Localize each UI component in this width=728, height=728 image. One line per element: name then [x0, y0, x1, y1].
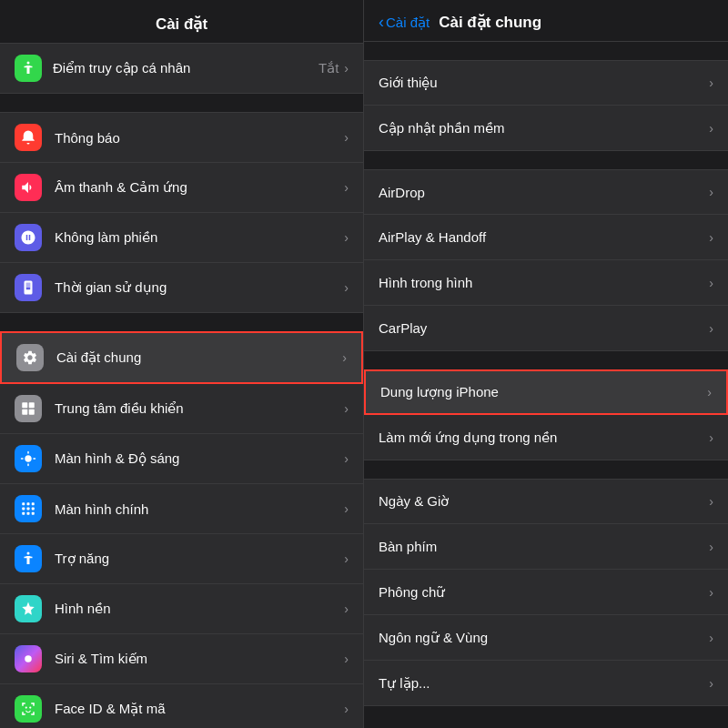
background-label: Làm mới ứng dụng trong nền: [379, 430, 709, 446]
display-label: Màn hình & Độ sáng: [55, 450, 344, 467]
right-item-keyboard[interactable]: Bàn phím ›: [364, 524, 728, 570]
svg-rect-10: [32, 502, 35, 505]
svg-point-17: [27, 552, 30, 555]
right-item-airdrop[interactable]: AirDrop ›: [364, 169, 728, 215]
carplay-label: CarPlay: [379, 320, 709, 336]
svg-rect-24: [33, 703, 35, 706]
right-item-carplay[interactable]: CarPlay ›: [364, 306, 728, 351]
sounds-chevron: ›: [344, 180, 349, 195]
keyboard-label: Bàn phím: [379, 539, 709, 554]
right-item-language[interactable]: Ngôn ngữ & Vùng ›: [364, 615, 728, 661]
airplay-chevron: ›: [709, 230, 713, 245]
right-group-2: AirDrop › AirPlay & Handoff › Hình trong…: [364, 169, 728, 351]
donotdisturb-chevron: ›: [344, 230, 349, 245]
about-label: Giới thiệu: [379, 75, 709, 91]
right-group-1: Giới thiệu › Cập nhật phần mềm ›: [364, 60, 728, 151]
svg-point-27: [25, 706, 27, 708]
more-label: Tự lặp...: [379, 675, 709, 692]
right-item-background[interactable]: Làm mới ứng dụng trong nền ›: [364, 415, 728, 460]
back-button[interactable]: ‹ Cài đặt: [379, 13, 430, 32]
svg-rect-5: [29, 402, 35, 408]
svg-rect-3: [26, 283, 31, 288]
sidebar-item-accessibility2[interactable]: Trợ năng ›: [0, 534, 363, 584]
back-chevron-icon: ‹: [379, 13, 384, 32]
display-icon: [15, 445, 42, 472]
sidebar-item-notifications[interactable]: Thông báo ›: [0, 112, 363, 163]
notifications-icon: [15, 124, 42, 151]
sidebar-item-donotdisturb[interactable]: Không làm phiền ›: [0, 213, 363, 263]
right-item-pip[interactable]: Hình trong hình ›: [364, 260, 728, 306]
homescreen-chevron: ›: [344, 501, 349, 516]
display-chevron: ›: [344, 451, 349, 466]
wallpaper-icon: [15, 595, 42, 622]
svg-rect-26: [33, 712, 35, 715]
screentime-icon: [15, 274, 42, 301]
sidebar-item-general[interactable]: Cài đặt chung ›: [0, 331, 363, 384]
sidebar-item-display[interactable]: Màn hình & Độ sáng ›: [0, 434, 363, 484]
sidebar-item-homescreen[interactable]: Màn hình chính ›: [0, 484, 363, 534]
left-panel: Cài đặt Điểm truy cập cá nhân Tắt › Thôn…: [0, 0, 364, 728]
sidebar-item-sounds[interactable]: Âm thanh & Cảm ứng ›: [0, 163, 363, 213]
storage-label: Dung lượng iPhone: [380, 384, 707, 400]
svg-rect-23: [22, 703, 24, 706]
sidebar-item-wallpaper[interactable]: Hình nền ›: [0, 584, 363, 634]
homescreen-icon: [15, 495, 42, 522]
sidebar-item-siri[interactable]: Siri & Tìm kiếm ›: [0, 634, 363, 684]
svg-rect-6: [22, 410, 27, 415]
svg-rect-12: [27, 508, 30, 511]
sidebar-item-controlcenter[interactable]: Trung tâm điều khiển ›: [0, 384, 363, 434]
keyboard-chevron: ›: [709, 540, 713, 554]
svg-rect-8: [22, 502, 25, 505]
left-group-1: Thông báo › Âm thanh & Cảm ứng › Không l…: [0, 112, 363, 313]
siri-label: Siri & Tìm kiếm: [55, 651, 344, 667]
controlcenter-label: Trung tâm điều khiển: [55, 400, 344, 417]
fonts-chevron: ›: [709, 585, 713, 600]
pip-label: Hình trong hình: [379, 275, 709, 290]
right-item-airplay[interactable]: AirPlay & Handoff ›: [364, 215, 728, 260]
pip-chevron: ›: [709, 276, 713, 290]
svg-point-0: [27, 62, 30, 65]
svg-rect-25: [22, 712, 24, 715]
language-label: Ngôn ngữ & Vùng: [379, 630, 709, 646]
general-icon: [16, 344, 44, 371]
about-chevron: ›: [709, 76, 713, 90]
more-chevron: ›: [709, 676, 713, 691]
right-panel-title: Cài đặt chung: [439, 13, 713, 32]
software-chevron: ›: [709, 121, 713, 136]
general-chevron: ›: [342, 350, 347, 365]
fonts-label: Phông chữ: [379, 584, 709, 601]
back-label: Cài đặt: [386, 15, 430, 31]
svg-rect-13: [32, 508, 35, 511]
accessibility2-icon: [15, 545, 42, 572]
accessibility-value: Tắt: [318, 60, 339, 76]
faceid-chevron: ›: [344, 702, 349, 716]
sidebar-item-faceid[interactable]: Face ID & Mặt mã ›: [0, 684, 363, 728]
airdrop-label: AirDrop: [379, 185, 709, 200]
right-item-storage[interactable]: Dung lượng iPhone ›: [364, 369, 728, 415]
software-label: Cập nhật phần mềm: [379, 120, 709, 136]
svg-point-28: [29, 706, 31, 708]
screentime-label: Thời gian sử dụng: [55, 279, 344, 296]
language-chevron: ›: [709, 631, 713, 645]
right-item-fonts[interactable]: Phông chữ ›: [364, 570, 728, 615]
svg-rect-9: [27, 502, 30, 505]
datetime-chevron: ›: [709, 494, 713, 509]
right-item-more[interactable]: Tự lặp... ›: [364, 661, 728, 706]
accessibility-banner[interactable]: Điểm truy cập cá nhân Tắt ›: [0, 43, 363, 94]
controlcenter-chevron: ›: [344, 401, 349, 416]
svg-rect-7: [29, 410, 35, 415]
screentime-chevron: ›: [344, 280, 349, 295]
airplay-label: AirPlay & Handoff: [379, 229, 709, 245]
airdrop-chevron: ›: [709, 185, 713, 199]
sounds-label: Âm thanh & Cảm ứng: [55, 179, 344, 196]
right-panel: ‹ Cài đặt Cài đặt chung Giới thiệu › Cập…: [364, 0, 728, 728]
right-item-datetime[interactable]: Ngày & Giờ ›: [364, 479, 728, 524]
right-item-about[interactable]: Giới thiệu ›: [364, 60, 728, 106]
right-item-software[interactable]: Cập nhật phần mềm ›: [364, 106, 728, 151]
donotdisturb-icon: [15, 224, 42, 251]
notifications-label: Thông báo: [55, 130, 344, 146]
datetime-label: Ngày & Giờ: [379, 493, 709, 510]
sidebar-item-screentime[interactable]: Thời gian sử dụng ›: [0, 263, 363, 313]
storage-chevron: ›: [707, 385, 712, 399]
right-header: ‹ Cài đặt Cài đặt chung: [364, 0, 728, 42]
